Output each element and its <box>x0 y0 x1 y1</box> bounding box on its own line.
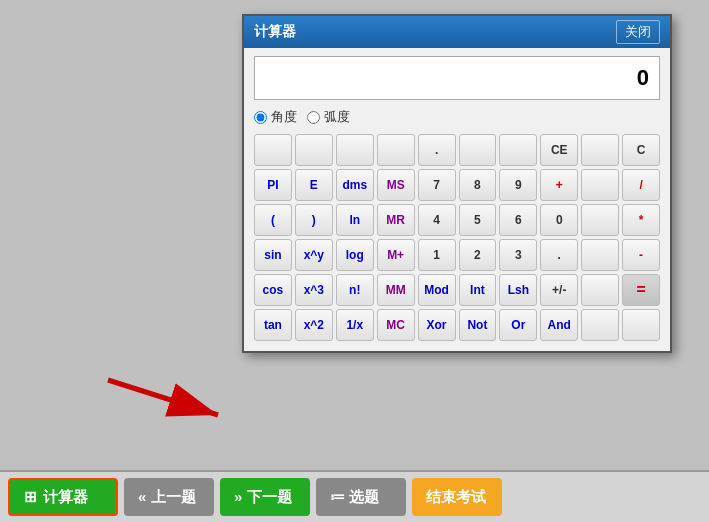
btn-equals[interactable]: = <box>622 274 660 306</box>
btn-cos[interactable]: cos <box>254 274 292 306</box>
btn-mplus[interactable]: M+ <box>377 239 415 271</box>
btn-lpar[interactable]: ( <box>254 204 292 236</box>
btn-1[interactable]: 1 <box>418 239 456 271</box>
btn-empty11[interactable] <box>581 274 619 306</box>
btn-empty7[interactable] <box>581 134 619 166</box>
btn-or[interactable]: Or <box>499 309 537 341</box>
btn-and[interactable]: And <box>540 309 578 341</box>
btn-4[interactable]: 4 <box>418 204 456 236</box>
radian-radio-label[interactable]: 弧度 <box>307 108 350 126</box>
btn-ce[interactable]: CE <box>540 134 578 166</box>
btn-rpar[interactable]: ) <box>295 204 333 236</box>
close-button[interactable]: 关闭 <box>616 20 660 44</box>
btn-xpow2[interactable]: x^2 <box>295 309 333 341</box>
btn-lsh[interactable]: Lsh <box>499 274 537 306</box>
btn-empty6[interactable] <box>499 134 537 166</box>
btn-sin[interactable]: sin <box>254 239 292 271</box>
btn-empty3[interactable] <box>336 134 374 166</box>
btn-0[interactable]: 0 <box>540 204 578 236</box>
btn-plus[interactable]: + <box>540 169 578 201</box>
calculator-title: 计算器 <box>254 23 296 41</box>
calculator-icon: ⊞ <box>24 488 37 506</box>
end-label: 结束考试 <box>426 488 486 507</box>
calculator-button[interactable]: ⊞ 计算器 <box>8 478 118 516</box>
radian-radio[interactable] <box>307 111 320 124</box>
angle-radio-label[interactable]: 角度 <box>254 108 297 126</box>
btn-xor[interactable]: Xor <box>418 309 456 341</box>
btn-dot[interactable]: . <box>418 134 456 166</box>
btn-empty4[interactable] <box>377 134 415 166</box>
btn-mm[interactable]: MM <box>377 274 415 306</box>
radian-label: 弧度 <box>324 108 350 126</box>
btn-6[interactable]: 6 <box>499 204 537 236</box>
btn-c[interactable]: C <box>622 134 660 166</box>
btn-ms[interactable]: MS <box>377 169 415 201</box>
btn-pi[interactable]: PI <box>254 169 292 201</box>
btn-tan[interactable]: tan <box>254 309 292 341</box>
btn-star[interactable]: * <box>622 204 660 236</box>
btn-empty9[interactable] <box>581 204 619 236</box>
prev-label: « 上一题 <box>138 488 196 507</box>
btn-minus[interactable]: - <box>622 239 660 271</box>
btn-mod[interactable]: Mod <box>418 274 456 306</box>
btn-mr[interactable]: MR <box>377 204 415 236</box>
btn-5[interactable]: 5 <box>459 204 497 236</box>
btn-e[interactable]: E <box>295 169 333 201</box>
btn-empty8[interactable] <box>581 169 619 201</box>
btn-int[interactable]: Int <box>459 274 497 306</box>
btn-2[interactable]: 2 <box>459 239 497 271</box>
bottom-toolbar: ⊞ 计算器 « 上一题 » 下一题 ≔ 选题 结束考试 <box>0 470 709 522</box>
btn-plusminus[interactable]: +/- <box>540 274 578 306</box>
btn-ln[interactable]: ln <box>336 204 374 236</box>
select-button[interactable]: ≔ 选题 <box>316 478 406 516</box>
calculator-btn-label: 计算器 <box>43 488 88 507</box>
end-button[interactable]: 结束考试 <box>412 478 502 516</box>
calculator-window: 计算器 关闭 0 角度 弧度 . CE <box>242 14 672 353</box>
btn-log[interactable]: log <box>336 239 374 271</box>
calculator-body: 0 角度 弧度 . CE C PI <box>244 48 670 351</box>
btn-7[interactable]: 7 <box>418 169 456 201</box>
btn-9[interactable]: 9 <box>499 169 537 201</box>
select-label: ≔ 选题 <box>330 488 379 507</box>
display: 0 <box>254 56 660 100</box>
angle-radio[interactable] <box>254 111 267 124</box>
btn-empty5[interactable] <box>459 134 497 166</box>
btn-onex[interactable]: 1/x <box>336 309 374 341</box>
btn-empty13[interactable] <box>622 309 660 341</box>
btn-3[interactable]: 3 <box>499 239 537 271</box>
btn-mc[interactable]: MC <box>377 309 415 341</box>
next-label: » 下一题 <box>234 488 292 507</box>
prev-button[interactable]: « 上一题 <box>124 478 214 516</box>
btn-xpowy[interactable]: x^y <box>295 239 333 271</box>
btn-empty10[interactable] <box>581 239 619 271</box>
btn-not[interactable]: Not <box>459 309 497 341</box>
btn-xpow3[interactable]: x^3 <box>295 274 333 306</box>
btn-dot3[interactable]: . <box>540 239 578 271</box>
btn-8[interactable]: 8 <box>459 169 497 201</box>
btn-empty12[interactable] <box>581 309 619 341</box>
svg-line-1 <box>108 380 218 415</box>
calculator-titlebar: 计算器 关闭 <box>244 16 670 48</box>
btn-empty1[interactable] <box>254 134 292 166</box>
btn-slash[interactable]: / <box>622 169 660 201</box>
btn-empty2[interactable] <box>295 134 333 166</box>
display-value: 0 <box>637 65 649 91</box>
btn-dms[interactable]: dms <box>336 169 374 201</box>
btn-nfact[interactable]: n! <box>336 274 374 306</box>
next-button[interactable]: » 下一题 <box>220 478 310 516</box>
angle-row: 角度 弧度 <box>254 108 660 126</box>
arrow-annotation <box>88 360 268 430</box>
angle-label: 角度 <box>271 108 297 126</box>
